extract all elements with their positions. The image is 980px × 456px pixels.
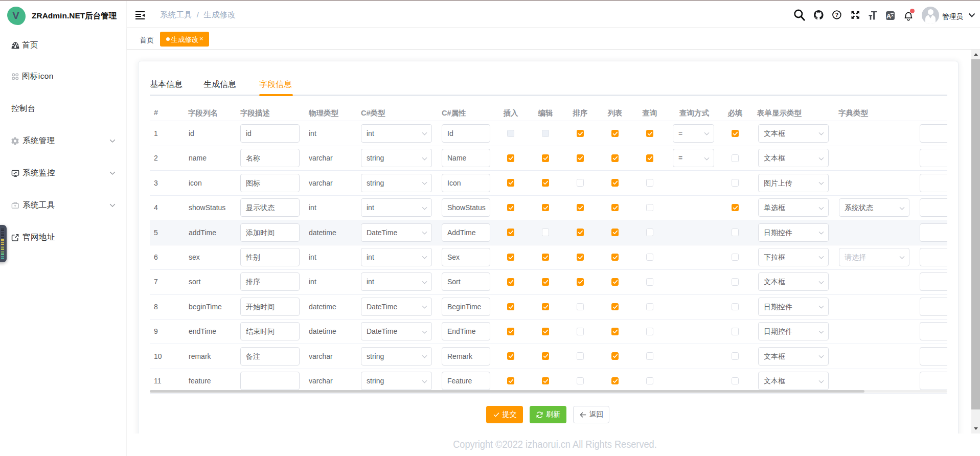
svg-text:?: ? [835, 12, 838, 18]
